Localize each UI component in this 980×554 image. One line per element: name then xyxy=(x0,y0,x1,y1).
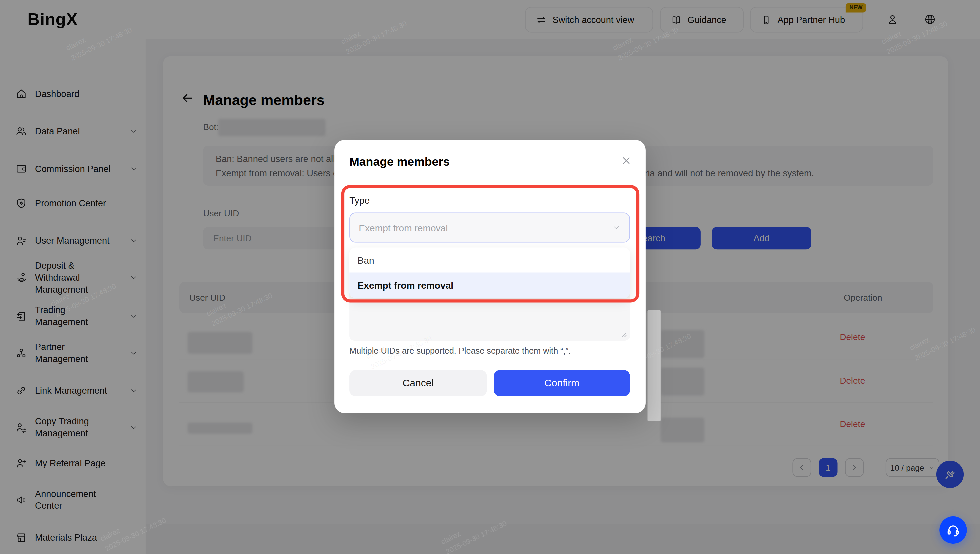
redaction-strip xyxy=(648,310,661,421)
manage-members-modal: Manage members Type Exempt from removal … xyxy=(334,140,646,413)
option-exempt-from-removal[interactable]: Exempt from removal xyxy=(349,273,630,298)
customer-support-button[interactable] xyxy=(939,516,967,544)
resize-handle-icon xyxy=(620,331,627,337)
chevron-down-icon xyxy=(612,223,620,232)
confirm-button[interactable]: Confirm xyxy=(494,370,630,396)
type-dropdown-panel: Ban Exempt from removal xyxy=(349,248,630,298)
uid-hint-text: Multiple UIDs are supported. Please sepa… xyxy=(349,346,571,356)
type-label: Type xyxy=(349,195,370,206)
app-root: BingX Switch account view Guidance App P… xyxy=(0,0,980,554)
close-icon[interactable] xyxy=(620,155,632,166)
modal-title: Manage members xyxy=(349,155,450,169)
type-select[interactable]: Exempt from removal xyxy=(349,213,630,243)
headset-icon xyxy=(946,523,961,538)
option-ban[interactable]: Ban xyxy=(349,248,630,273)
type-select-value: Exempt from removal xyxy=(359,222,448,233)
cancel-button[interactable]: Cancel xyxy=(349,370,487,396)
